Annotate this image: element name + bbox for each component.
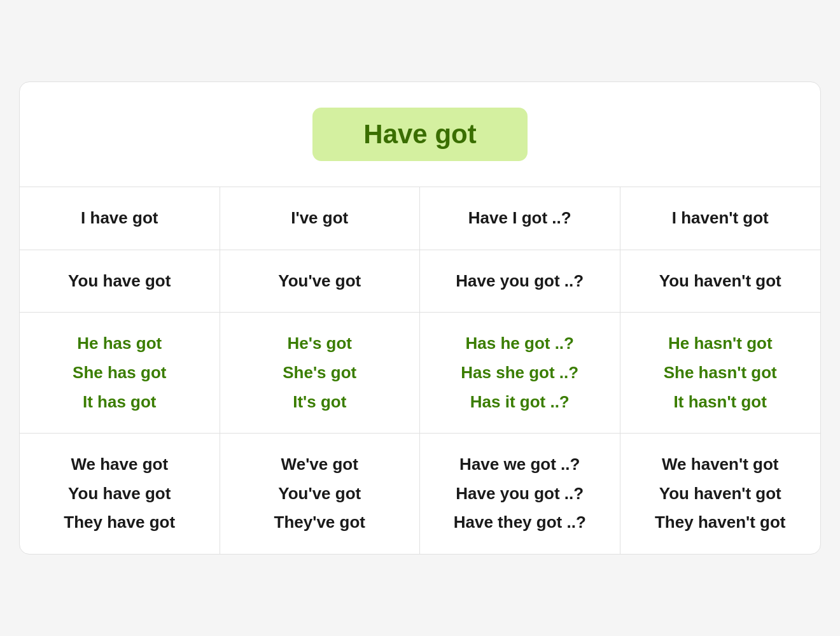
cell-text: Have they got ..?: [454, 509, 586, 536]
cell-text: Has it got ..?: [470, 389, 570, 416]
cell-text: You have got: [68, 268, 171, 295]
cell-text: Has he got ..?: [466, 330, 574, 357]
cell-r0-c2: Have I got ..?: [420, 187, 620, 250]
header-section: Have got: [20, 82, 820, 187]
cell-r1-c1: You've got: [220, 250, 421, 313]
conjugation-table: I have gotI've gotHave I got ..?I haven'…: [20, 187, 820, 554]
cell-text: You haven't got: [659, 268, 781, 295]
cell-text: It's got: [293, 389, 346, 416]
cell-r3-c3: We haven't gotYou haven't gotThey haven'…: [620, 434, 821, 554]
cell-text: I've got: [291, 205, 348, 232]
cell-text: We haven't got: [662, 451, 778, 478]
cell-text: Have we got ..?: [459, 451, 580, 478]
cell-text: We have got: [71, 451, 168, 478]
cell-text: He's got: [287, 330, 352, 357]
cell-text: They haven't got: [655, 509, 786, 536]
cell-text: She's got: [283, 360, 356, 386]
cell-text: You've got: [278, 268, 361, 295]
cell-text: I have got: [81, 205, 158, 232]
cell-r2-c1: He's gotShe's gotIt's got: [220, 313, 421, 434]
cell-text: We've got: [281, 451, 358, 478]
cell-text: He hasn't got: [668, 330, 773, 357]
cell-text: He has got: [77, 330, 162, 357]
cell-text: They've got: [274, 509, 365, 536]
cell-text: It has got: [83, 389, 157, 416]
cell-r0-c3: I haven't got: [620, 187, 821, 250]
cell-text: Have I got ..?: [468, 205, 571, 232]
cell-text: Has she got ..?: [461, 360, 578, 386]
cell-r3-c0: We have gotYou have gotThey have got: [20, 434, 220, 554]
main-title: Have got: [363, 119, 476, 149]
cell-text: You have got: [68, 481, 171, 507]
cell-text: It hasn't got: [674, 389, 767, 416]
cell-text: She hasn't got: [664, 360, 777, 386]
cell-text: Have you got ..?: [456, 481, 584, 507]
cell-text: I haven't got: [672, 205, 769, 232]
title-badge: Have got: [312, 108, 527, 161]
cell-text: You've got: [278, 481, 361, 507]
cell-r1-c2: Have you got ..?: [420, 250, 620, 313]
cell-r2-c3: He hasn't gotShe hasn't gotIt hasn't got: [620, 313, 821, 434]
cell-r3-c2: Have we got ..?Have you got ..?Have they…: [420, 434, 620, 554]
cell-r2-c2: Has he got ..?Has she got ..?Has it got …: [420, 313, 620, 434]
cell-text: She has got: [73, 360, 166, 386]
cell-r1-c3: You haven't got: [620, 250, 821, 313]
cell-text: Have you got ..?: [456, 268, 584, 295]
cell-r3-c1: We've gotYou've gotThey've got: [220, 434, 421, 554]
main-card: Have got I have gotI've gotHave I got ..…: [19, 81, 821, 555]
cell-text: You haven't got: [659, 481, 781, 507]
cell-r2-c0: He has gotShe has gotIt has got: [20, 313, 220, 434]
cell-text: They have got: [64, 509, 175, 536]
cell-r0-c0: I have got: [20, 187, 220, 250]
cell-r1-c0: You have got: [20, 250, 220, 313]
cell-r0-c1: I've got: [220, 187, 421, 250]
